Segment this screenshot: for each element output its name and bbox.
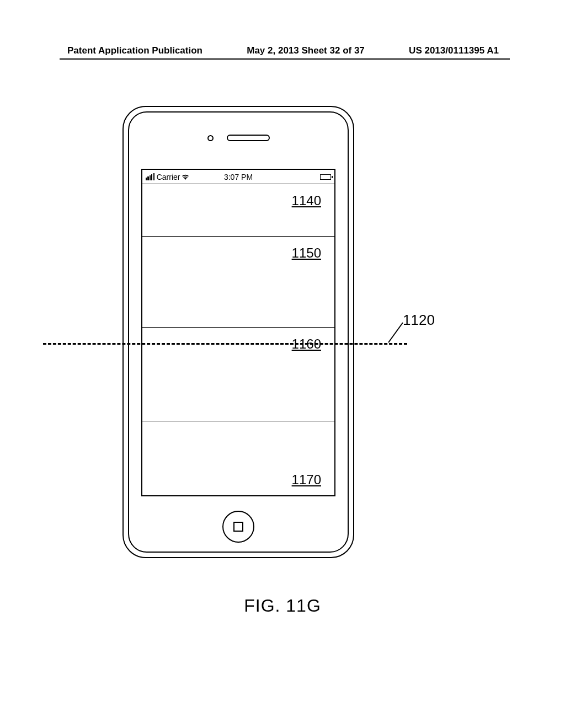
status-right: [320, 174, 331, 180]
midline-dash: [43, 343, 407, 345]
signal-bars-icon: [146, 173, 154, 180]
status-bar: Carrier 3:07 PM: [142, 170, 334, 184]
carrier-label: Carrier: [157, 173, 180, 181]
header-rule: [60, 58, 510, 60]
battery-icon: [320, 174, 331, 180]
camera-icon: [207, 135, 214, 141]
svg-line-0: [388, 323, 403, 342]
phone-screen: Carrier 3:07 PM 1140 1150 1160: [141, 169, 335, 496]
lead-line-1120: 1120: [386, 318, 419, 354]
ref-1120: 1120: [403, 312, 435, 329]
figure-label: FIG. 11G: [0, 596, 565, 616]
list-row-2: 1150: [142, 237, 334, 328]
list-row-4: 1170: [142, 421, 334, 493]
speaker-grille-icon: [227, 135, 270, 141]
ref-1150: 1150: [292, 245, 321, 261]
wifi-icon: [182, 174, 189, 180]
header-left: Patent Application Publication: [67, 45, 202, 56]
header-center: May 2, 2013 Sheet 32 of 37: [247, 45, 365, 56]
ref-1170: 1170: [292, 472, 321, 488]
home-button[interactable]: [222, 511, 254, 543]
list-row-3: 1160: [142, 328, 334, 421]
status-left: Carrier: [146, 173, 189, 181]
phone-body: Carrier 3:07 PM 1140 1150 1160: [122, 106, 354, 558]
clock-label: 3:07 PM: [224, 173, 253, 181]
phone-bezel: Carrier 3:07 PM 1140 1150 1160: [128, 111, 349, 553]
phone-top-hardware: [129, 135, 348, 141]
ref-1140: 1140: [292, 193, 321, 208]
page-header: Patent Application Publication May 2, 20…: [0, 45, 565, 56]
home-button-icon: [233, 522, 243, 532]
list-row-1: 1140: [142, 184, 334, 237]
header-right: US 2013/0111395 A1: [409, 45, 499, 56]
